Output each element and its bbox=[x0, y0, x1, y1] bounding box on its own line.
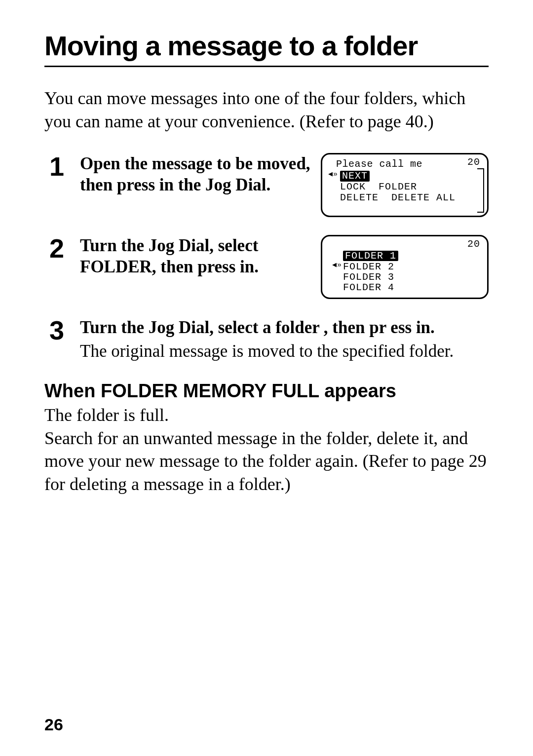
step-number: 2 bbox=[49, 235, 71, 262]
lcd1-menu-folder: FOLDER bbox=[379, 182, 417, 192]
page-title: Moving a message to a folder bbox=[44, 30, 489, 62]
lcd2-folder-1: FOLDER 1 bbox=[343, 251, 398, 261]
section-body: The folder is full.Search for an unwante… bbox=[44, 404, 489, 496]
lcd1-menu-lock: LOCK bbox=[340, 182, 366, 192]
section-heading: When FOLDER MEMORY FULL appears bbox=[44, 380, 489, 402]
step-3-head: Turn the Jog Dial, select a folder , the… bbox=[80, 317, 489, 339]
lcd2-folder-3: FOLDER 3 bbox=[332, 272, 482, 282]
lcd1-menu-delete: DELETE bbox=[340, 192, 379, 203]
lcd2-folder-4: FOLDER 4 bbox=[332, 282, 482, 293]
step-3: 3 Turn the Jog Dial, select a folder , t… bbox=[49, 317, 489, 363]
lcd2-count: 20 bbox=[467, 238, 480, 250]
step-3-desc: The original message is moved to the spe… bbox=[80, 340, 489, 363]
step-1: 1 Open the message to be moved, then pre… bbox=[49, 153, 489, 217]
page-number: 26 bbox=[44, 715, 63, 734]
lcd2-folder-list: FOLDER 1 ◀»FOLDER 2 FOLDER 3 FOLDER 4 bbox=[332, 250, 482, 293]
lcd1-scroll-indicator bbox=[477, 168, 484, 213]
lcd2-folder-2: ◀»FOLDER 2 bbox=[332, 262, 482, 272]
lcd1-message: Please call me bbox=[336, 158, 482, 170]
step-number: 3 bbox=[49, 317, 71, 343]
step-2-head: Turn the Jog Dial, select FOLDER, then p… bbox=[80, 235, 311, 278]
title-rule bbox=[44, 66, 489, 67]
speaker-icon: ◀» bbox=[332, 262, 342, 269]
speaker-icon: ◀» bbox=[328, 171, 338, 179]
lcd1-menu-next: NEXT bbox=[340, 171, 370, 182]
step-1-head: Open the message to be moved, then press… bbox=[80, 153, 311, 196]
lcd-screen-2: 20 FOLDER 1 ◀»FOLDER 2 FOLDER 3 FOLDER 4 bbox=[321, 235, 489, 299]
steps-list: 1 Open the message to be moved, then pre… bbox=[49, 153, 489, 363]
lcd1-count: 20 bbox=[467, 156, 480, 168]
lcd1-menu-deleteall: DELETE ALL bbox=[391, 192, 456, 203]
lcd-screen-1: 20 Please call me ◀» NEXT LOCK FOLDER DE… bbox=[321, 153, 489, 217]
lcd1-menu: ◀» NEXT LOCK FOLDER DELETE DELETE ALL bbox=[329, 171, 482, 203]
intro-text: You can move messages into one of the fo… bbox=[44, 87, 489, 133]
step-2: 2 Turn the Jog Dial, select FOLDER, then… bbox=[49, 235, 489, 299]
step-number: 1 bbox=[49, 153, 71, 180]
